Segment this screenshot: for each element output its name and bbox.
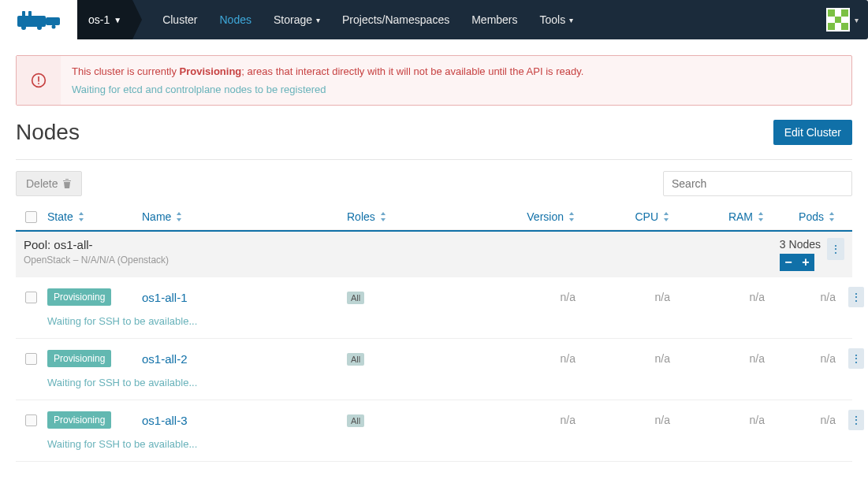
- col-pods[interactable]: Pods: [765, 210, 836, 223]
- sort-icon: [828, 212, 836, 221]
- version-cell: n/a: [449, 291, 576, 303]
- alert-detail: Waiting for etcd and controlplane nodes …: [72, 84, 840, 95]
- col-ram[interactable]: RAM: [670, 210, 765, 223]
- role-badge: All: [347, 414, 364, 427]
- ram-cell: n/a: [670, 414, 765, 426]
- svg-rect-3: [28, 11, 32, 17]
- row-actions-menu[interactable]: ⋮: [848, 348, 864, 369]
- chevron-down-icon: ▾: [316, 16, 320, 24]
- trash-icon: [62, 178, 72, 189]
- svg-point-6: [52, 25, 56, 29]
- navbar: os-1 ▼ Cluster Nodes Storage▾ Projects/N…: [77, 0, 868, 39]
- cpu-cell: n/a: [576, 414, 670, 426]
- sort-icon: [379, 212, 387, 221]
- version-cell: n/a: [449, 414, 576, 426]
- row-checkbox[interactable]: [25, 292, 37, 303]
- state-badge: Provisioning: [47, 288, 111, 306]
- nav-item-cluster[interactable]: Cluster: [151, 0, 208, 39]
- node-row: Provisioning os1-all-3 All n/a n/a n/a n…: [16, 400, 852, 462]
- main-content: This cluster is currently Provisioning; …: [0, 39, 868, 478]
- node-status-message: Waiting for SSH to be available...: [47, 315, 849, 327]
- node-status-message: Waiting for SSH to be available...: [47, 438, 849, 450]
- svg-rect-0: [17, 16, 46, 27]
- pool-node-count: 3 Nodes: [780, 238, 821, 251]
- svg-rect-9: [38, 83, 39, 84]
- page-title: Nodes: [16, 120, 80, 145]
- pool-header-row: Pool: os1-all- OpenStack – N/A/N/A (Open…: [16, 230, 852, 277]
- pool-subtitle: OpenStack – N/A/N/A (Openstack): [24, 255, 780, 266]
- ram-cell: n/a: [670, 291, 765, 303]
- topbar: os-1 ▼ Cluster Nodes Storage▾ Projects/N…: [0, 0, 868, 39]
- row-checkbox[interactable]: [25, 414, 37, 426]
- state-badge: Provisioning: [47, 350, 111, 367]
- col-name[interactable]: Name: [142, 210, 347, 223]
- node-status-message: Waiting for SSH to be available...: [47, 377, 849, 388]
- svg-point-5: [37, 25, 42, 30]
- delete-button[interactable]: Delete: [16, 171, 82, 196]
- nav-item-tools[interactable]: Tools▾: [529, 0, 585, 39]
- page-header: Nodes Edit Cluster: [16, 120, 852, 145]
- svg-rect-1: [46, 17, 60, 25]
- nav-items: Cluster Nodes Storage▾ Projects/Namespac…: [151, 0, 584, 39]
- node-row: Provisioning os1-all-1 All n/a n/a n/a n…: [16, 277, 852, 339]
- chevron-down-icon: ▾: [569, 16, 573, 24]
- node-name-link[interactable]: os1-all-2: [142, 352, 188, 366]
- alert-icon: [17, 56, 61, 105]
- sort-icon: [662, 212, 670, 221]
- row-checkbox[interactable]: [25, 353, 37, 365]
- col-cpu[interactable]: CPU: [576, 210, 670, 223]
- sort-icon: [77, 212, 85, 221]
- nav-item-nodes[interactable]: Nodes: [209, 0, 263, 39]
- node-name-link[interactable]: os1-all-3: [142, 414, 188, 427]
- node-row: Provisioning os1-all-2 All n/a n/a n/a n…: [16, 339, 852, 400]
- provisioning-alert: This cluster is currently Provisioning; …: [16, 55, 852, 106]
- pods-cell: n/a: [765, 291, 836, 303]
- cpu-cell: n/a: [576, 352, 670, 365]
- cluster-selector[interactable]: os-1 ▼: [77, 0, 132, 39]
- nav-user[interactable]: ▾: [817, 0, 868, 39]
- edit-cluster-button[interactable]: Edit Cluster: [773, 120, 852, 145]
- svg-rect-2: [22, 11, 25, 17]
- divider: [16, 159, 852, 160]
- nav-item-projects[interactable]: Projects/Namespaces: [331, 0, 460, 39]
- table-header: State Name Roles Version CPU RAM Pods: [16, 204, 852, 230]
- nodes-table: State Name Roles Version CPU RAM Pods Po…: [16, 204, 852, 462]
- chevron-down-icon: ▼: [114, 16, 121, 24]
- version-cell: n/a: [449, 352, 576, 365]
- pool-increment-button[interactable]: +: [797, 254, 814, 271]
- rancher-logo[interactable]: [16, 0, 77, 39]
- nav-item-storage[interactable]: Storage▾: [263, 0, 331, 39]
- role-badge: All: [347, 292, 364, 304]
- col-state[interactable]: State: [47, 210, 142, 223]
- sort-icon: [568, 212, 576, 221]
- avatar: [826, 8, 850, 32]
- select-all-checkbox[interactable]: [25, 211, 37, 223]
- search-input[interactable]: [663, 171, 852, 196]
- cluster-name: os-1: [88, 13, 110, 26]
- sort-icon: [757, 212, 765, 221]
- col-roles[interactable]: Roles: [347, 210, 449, 223]
- row-actions-menu[interactable]: ⋮: [848, 410, 864, 430]
- cpu-cell: n/a: [576, 291, 670, 303]
- chevron-down-icon: ▾: [855, 16, 859, 24]
- ram-cell: n/a: [670, 352, 765, 365]
- pool-actions-menu[interactable]: ⋮: [827, 238, 844, 260]
- pods-cell: n/a: [765, 414, 836, 426]
- nav-item-members[interactable]: Members: [460, 0, 528, 39]
- svg-rect-8: [38, 76, 39, 82]
- sort-icon: [175, 212, 183, 221]
- pods-cell: n/a: [765, 352, 836, 365]
- role-badge: All: [347, 353, 364, 366]
- state-badge: Provisioning: [47, 411, 111, 429]
- row-actions-menu[interactable]: ⋮: [848, 287, 864, 307]
- table-toolbar: Delete: [16, 171, 852, 196]
- col-version[interactable]: Version: [449, 210, 576, 223]
- alert-body: This cluster is currently Provisioning; …: [61, 56, 851, 105]
- alert-message: This cluster is currently Provisioning; …: [72, 65, 840, 77]
- pool-decrement-button[interactable]: −: [780, 254, 797, 271]
- svg-point-4: [21, 25, 26, 30]
- node-name-link[interactable]: os1-all-1: [142, 291, 188, 304]
- pool-title: Pool: os1-all-: [24, 238, 780, 251]
